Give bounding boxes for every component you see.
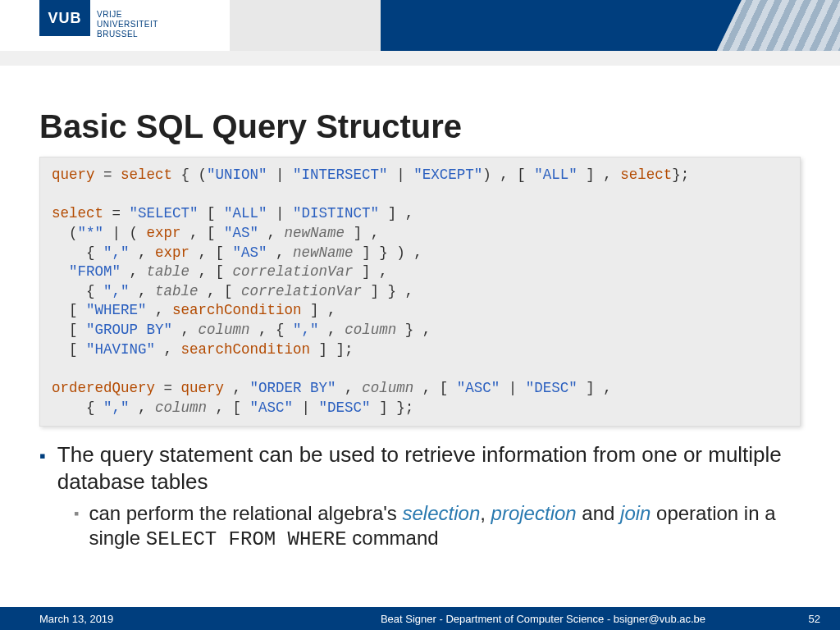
tok: ] } , [362, 283, 413, 299]
tok: "FROM" [69, 263, 121, 280]
tok: , [121, 263, 147, 280]
tok: , [ [413, 380, 457, 396]
tok: , [147, 302, 173, 318]
tok: "," [103, 283, 130, 299]
tok: = [155, 380, 181, 396]
tok: | [267, 167, 294, 183]
footer-author: Beat Signer - Department of Computer Sci… [295, 613, 791, 625]
tok: , [130, 283, 156, 299]
slide-title: Basic SQL Query Structure [39, 108, 801, 145]
tok: table [155, 283, 199, 299]
tok: | ( [103, 225, 147, 241]
tok: "ALL" [224, 205, 267, 221]
tok: "WHERE" [86, 302, 147, 318]
tok: ] ]; [310, 341, 354, 358]
tok: ] , [354, 263, 388, 280]
bullet-level-2: ▪ can perform the relational algebra's s… [74, 501, 801, 553]
footer-page-number: 52 [791, 613, 840, 625]
tok: , [319, 322, 345, 338]
vub-logo: VUB VRIJE UNIVERSITEIT BRUSSEL [39, 0, 158, 49]
slide-body: Basic SQL Query Structure query = select… [0, 66, 840, 553]
tok: "DISTINCT" [293, 205, 379, 221]
bullet-square-icon: ▪ [39, 445, 46, 496]
logo-badge: VUB [39, 0, 90, 36]
tok: , [130, 399, 156, 416]
tok: "DESC" [526, 380, 578, 396]
bullet-square-small-icon: ▪ [74, 504, 79, 553]
bullet-1-text: The query statement can be used to retri… [57, 441, 801, 496]
tok: , [ [189, 263, 233, 280]
tok: ] , [379, 205, 413, 221]
tok: } , [396, 322, 431, 338]
bullet-list: ▪ The query statement can be used to ret… [39, 441, 801, 553]
tok: query [52, 167, 95, 183]
tok: [ [199, 205, 225, 221]
tok: "DESC" [319, 399, 371, 416]
tok: }; [672, 167, 689, 183]
tok: ) , [ [482, 167, 534, 183]
tok: { [52, 399, 103, 416]
tok: "AS" [224, 225, 258, 241]
header-blue-strip [381, 0, 840, 51]
tok: column [199, 322, 250, 338]
bullet-level-1: ▪ The query statement can be used to ret… [39, 441, 801, 496]
tok: , [130, 244, 156, 261]
tok: ] } ) , [354, 244, 422, 261]
tok: , [258, 225, 285, 241]
tok: | [293, 399, 319, 416]
mono-select-from-where: SELECT FROM WHERE [146, 528, 347, 550]
tok: ] , [578, 167, 621, 183]
tok: "*" [78, 225, 104, 241]
tok: [ [52, 341, 86, 358]
logo-abbr: VUB [48, 10, 81, 27]
tok: , [155, 341, 181, 358]
tok: newName [293, 244, 354, 261]
tok: select [121, 167, 172, 183]
tok: , [267, 244, 294, 261]
tok: table [147, 263, 190, 280]
tok: searchCondition [172, 302, 302, 318]
t: and [577, 502, 620, 524]
tok: , [ [181, 225, 225, 241]
tok [52, 263, 69, 280]
tok: { [52, 283, 103, 299]
tok: "ORDER BY" [250, 380, 336, 396]
tok: { [52, 244, 103, 261]
logo-text-lines: VRIJE UNIVERSITEIT BRUSSEL [97, 0, 158, 49]
tok: = [103, 205, 130, 221]
em-selection: selection [403, 502, 481, 524]
logo-line-1: VRIJE [97, 10, 158, 20]
tok: , [ [207, 399, 250, 416]
t: can perform the relational algebra's [89, 502, 402, 524]
t: , [480, 502, 491, 524]
tok: "ALL" [534, 167, 578, 183]
tok: , [172, 322, 199, 338]
tok: , [224, 380, 250, 396]
tok: "ASC" [457, 380, 500, 396]
tok: select [52, 205, 103, 221]
bullet-2-text: can perform the relational algebra's sel… [89, 501, 801, 553]
tok: | [388, 167, 414, 183]
tok: [ [52, 322, 86, 338]
tok: { ( [172, 167, 207, 183]
tok: "ASC" [250, 399, 294, 416]
em-projection: projection [491, 502, 577, 524]
tok: column [155, 399, 207, 416]
em-join: join [620, 502, 651, 524]
tok: , [336, 380, 363, 396]
tok: = [95, 167, 121, 183]
tok: "EXCEPT" [413, 167, 482, 183]
slide-footer: March 13, 2019 Beat Signer - Department … [0, 607, 840, 630]
slide-header: VUB VRIJE UNIVERSITEIT BRUSSEL [0, 0, 840, 66]
tok: "," [103, 399, 130, 416]
tok: "," [103, 244, 130, 261]
tok: ] , [345, 225, 379, 241]
tok: "," [293, 322, 319, 338]
tok: correlationVar [241, 283, 362, 299]
t: command [347, 527, 439, 549]
tok: ( [52, 225, 78, 241]
tok: expr [155, 244, 189, 261]
tok: | [267, 205, 294, 221]
tok: query [181, 380, 225, 396]
header-gray-ribbon [0, 51, 840, 66]
